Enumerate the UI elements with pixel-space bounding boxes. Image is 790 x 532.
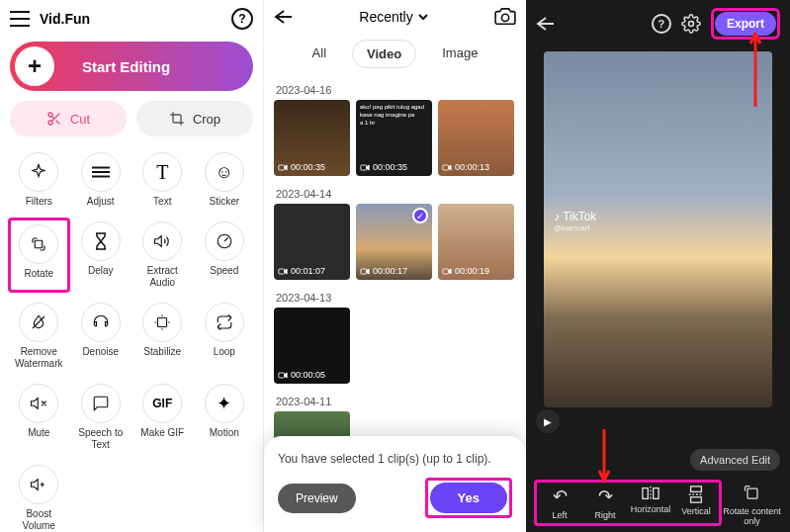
- rotate-toolbar: ↶Left ↷Right Horizontal Vertical Rotate …: [534, 480, 782, 526]
- video-thumb[interactable]: 00:00:35: [274, 100, 350, 176]
- svg-rect-6: [279, 165, 285, 170]
- hourglass-icon: [94, 232, 108, 250]
- mute-icon: [30, 395, 47, 412]
- loop-icon: [216, 313, 233, 331]
- home-header: Vid.Fun ?: [0, 0, 263, 38]
- tab-image[interactable]: Image: [428, 40, 491, 68]
- rotate-icon: [30, 235, 47, 253]
- tool-rotate[interactable]: Rotate: [8, 218, 70, 293]
- video-preview[interactable]: ♪ TikTok @loancart: [544, 51, 772, 407]
- date-header: 2023-04-13: [264, 286, 526, 308]
- cut-crop-row: Cut Crop: [0, 101, 263, 148]
- svg-rect-9: [279, 269, 285, 274]
- back-icon[interactable]: [536, 16, 556, 32]
- preview-button[interactable]: Preview: [278, 484, 356, 513]
- camera-icon[interactable]: [494, 8, 516, 26]
- media-tabs: All Video Image: [264, 34, 526, 78]
- panel-home: Vid.Fun ? + Start Editing Cut Crop Filte…: [0, 0, 263, 532]
- tool-filters[interactable]: Filters: [8, 148, 70, 212]
- gauge-icon: [216, 232, 233, 250]
- speech-icon: [92, 395, 110, 412]
- tool-stabilize[interactable]: Stabilize: [132, 299, 194, 374]
- svg-rect-12: [279, 373, 285, 378]
- tool-make-gif[interactable]: GIFMake GIF: [132, 380, 194, 455]
- selection-sheet: You have selected 1 clip(s) (up to 1 cli…: [264, 436, 526, 532]
- start-editing-button[interactable]: + Start Editing: [10, 42, 253, 91]
- tool-adjust[interactable]: Adjust: [70, 148, 132, 212]
- menu-icon[interactable]: [10, 11, 30, 27]
- help-icon[interactable]: ?: [231, 8, 253, 30]
- svg-point-5: [501, 14, 508, 21]
- svg-rect-8: [443, 165, 449, 170]
- annotation-arrow-down: [597, 429, 611, 485]
- plus-icon: +: [15, 46, 54, 86]
- svg-rect-10: [361, 269, 367, 274]
- tool-extract-audio[interactable]: Extract Audio: [132, 218, 194, 293]
- tool-sticker[interactable]: ☺Sticker: [194, 148, 256, 212]
- tool-speed[interactable]: Speed: [194, 218, 256, 293]
- svg-point-0: [48, 113, 52, 117]
- svg-rect-16: [691, 487, 702, 491]
- help-icon[interactable]: ?: [652, 14, 671, 34]
- video-thumb[interactable]: 00:01:07: [274, 204, 350, 280]
- app-title: Vid.Fun: [40, 11, 221, 27]
- tool-motion[interactable]: ✦Motion: [194, 380, 256, 455]
- tool-remove-watermark[interactable]: Remove Watermark: [8, 299, 70, 374]
- gear-icon[interactable]: [681, 14, 701, 34]
- sliders-icon: [92, 165, 110, 179]
- stabilize-icon: [153, 313, 171, 331]
- tab-video[interactable]: Video: [352, 40, 416, 68]
- video-thumb[interactable]: 00:00:05: [274, 308, 350, 384]
- rotate-content-only-button[interactable]: Rotate content only: [722, 484, 782, 526]
- video-thumb[interactable]: 00:00:19: [438, 204, 514, 280]
- start-editing-label: Start Editing: [82, 58, 170, 75]
- export-button[interactable]: Export: [715, 12, 776, 36]
- tool-delay[interactable]: Delay: [70, 218, 132, 293]
- droplet-crossed-icon: [30, 313, 47, 331]
- play-button[interactable]: ▶: [536, 409, 560, 433]
- advanced-edit-button[interactable]: Advanced Edit: [690, 449, 780, 471]
- cut-button[interactable]: Cut: [10, 101, 127, 136]
- tool-text[interactable]: TText: [132, 148, 194, 212]
- svg-rect-17: [691, 497, 702, 502]
- chevron-down-icon: [417, 13, 429, 21]
- audio-icon: [153, 232, 171, 250]
- sort-dropdown[interactable]: Recently: [302, 9, 486, 25]
- svg-rect-7: [361, 165, 367, 170]
- crop-icon: [169, 111, 185, 127]
- svg-rect-2: [36, 240, 44, 248]
- back-icon[interactable]: [274, 9, 294, 25]
- crop-button[interactable]: Crop: [136, 101, 253, 136]
- rotate-right-button[interactable]: ↷Right: [584, 486, 626, 520]
- video-thumb[interactable]: ako! pag pikit tulog agadkase nag imagin…: [356, 100, 432, 176]
- date-header: 2023-04-14: [264, 182, 526, 204]
- flip-vertical-button[interactable]: Vertical: [675, 486, 717, 520]
- tool-speech-to-text[interactable]: Speech to Text: [70, 380, 132, 455]
- picker-header: Recently: [264, 0, 526, 34]
- volume-plus-icon: [29, 476, 48, 493]
- tool-denoise[interactable]: Denoise: [70, 299, 132, 374]
- tool-boost-volume[interactable]: Boost Volume: [8, 461, 70, 532]
- tool-grid: Filters Adjust TText ☺Sticker Rotate Del…: [0, 148, 263, 532]
- sparkle-icon: [30, 163, 47, 181]
- panel-picker: Recently All Video Image 2023-04-16 00:0…: [263, 0, 526, 532]
- tool-loop[interactable]: Loop: [194, 299, 256, 374]
- tool-mute[interactable]: Mute: [8, 380, 70, 455]
- svg-rect-4: [158, 318, 167, 327]
- selected-check-icon: ✓: [412, 208, 428, 223]
- tab-all[interactable]: All: [299, 40, 340, 68]
- yes-button[interactable]: Yes: [430, 483, 507, 513]
- svg-rect-11: [443, 269, 449, 274]
- panel-editor: ? Export ♪ TikTok @loancart ▶ Advanced E…: [526, 0, 790, 532]
- flip-horizontal-button[interactable]: Horizontal: [630, 486, 671, 520]
- date-header: 2023-04-11: [264, 390, 526, 411]
- video-thumb[interactable]: 00:00:13: [438, 100, 514, 176]
- rotate-left-button[interactable]: ↶Left: [539, 486, 580, 520]
- tiktok-watermark: ♪ TikTok @loancart: [554, 210, 596, 232]
- selection-text: You have selected 1 clip(s) (up to 1 cli…: [278, 452, 512, 466]
- svg-rect-15: [654, 488, 658, 499]
- svg-point-1: [48, 121, 52, 125]
- video-thumb[interactable]: ✓00:00:17: [356, 204, 432, 280]
- annotation-arrow-up: [748, 32, 762, 107]
- svg-rect-18: [747, 488, 757, 498]
